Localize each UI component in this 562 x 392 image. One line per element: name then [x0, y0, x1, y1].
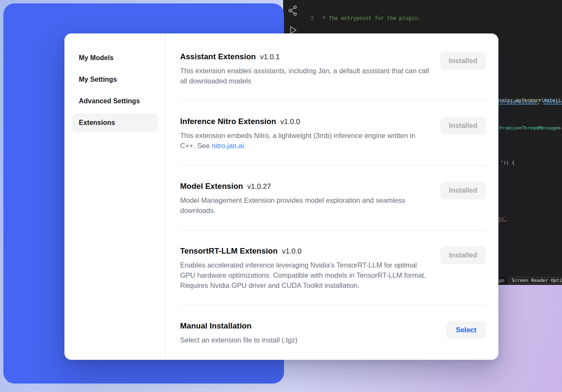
code-fragment: Promise<ThreadMessage>: [499, 125, 561, 131]
extension-version: v1.0.1: [260, 53, 280, 61]
extension-version: v1.0.0: [281, 118, 300, 126]
description-text: .: [244, 142, 246, 149]
extension-row-inference-nitro: Inference Nitro Extension v1.0.0 This ex…: [180, 101, 486, 166]
sidebar-item-advanced-settings[interactable]: Advanced Settings: [72, 92, 158, 110]
extension-title: Assistant Extension: [180, 52, 256, 61]
extension-info: TensortRT-LLM Extension v1.0.0 Enables a…: [180, 246, 429, 290]
extension-description: This extension embeds Nitro, a lightweig…: [180, 130, 429, 151]
extensions-panel: Assistant Extension v1.0.1 This extensio…: [166, 33, 498, 360]
manual-installation-row: Manual Installation Select an extension …: [180, 305, 486, 359]
screen-reader-badge[interactable]: Screen Reader Optimized: [508, 277, 562, 284]
select-file-button[interactable]: Select: [446, 321, 486, 339]
settings-sidebar: My Models My Settings Advanced Settings …: [64, 33, 166, 360]
code-fragment: t}`: [498, 216, 507, 222]
settings-modal: My Models My Settings Advanced Settings …: [64, 33, 498, 360]
extension-info: Assistant Extension v1.0.1 This extensio…: [180, 52, 429, 86]
manual-installation-title: Manual Installation: [180, 321, 251, 331]
desktop: 2 * The entrypoint for the plugin. 3 */ …: [0, 0, 562, 392]
installed-button[interactable]: Installed: [440, 117, 486, 134]
extension-version: v1.0.0: [282, 247, 301, 256]
installed-button[interactable]: Installed: [440, 52, 486, 69]
manual-installation-description: Select an extension file to install (.tg…: [180, 335, 298, 345]
status-text-fragment: go: [499, 278, 504, 283]
extension-description: Model Management Extension provides mode…: [180, 195, 429, 215]
sidebar-item-my-settings[interactable]: My Settings: [72, 70, 158, 89]
line-number: 2: [303, 15, 314, 22]
extension-info: Manual Installation Select an extension …: [180, 321, 298, 345]
extension-row-assistant: Assistant Extension v1.0.1 This extensio…: [180, 33, 486, 101]
sidebar-item-my-models[interactable]: My Models: [72, 49, 158, 67]
installed-button[interactable]: Installed: [440, 246, 486, 264]
extension-version: v1.0.27: [248, 182, 271, 191]
extension-title: TensortRT-LLM Extension: [180, 246, 278, 256]
extension-description: This extension enables assistants, inclu…: [180, 66, 429, 86]
extension-info: Model Extension v1.0.27 Model Management…: [180, 182, 429, 215]
extension-row-model: Model Extension v1.0.27 Model Management…: [180, 166, 486, 230]
extension-title: Model Extension: [180, 182, 243, 191]
code-fragment: rator.inference(data));: [499, 97, 562, 103]
installed-button[interactable]: Installed: [440, 182, 486, 199]
extension-row-tensorrt-llm: TensortRT-LLM Extension v1.0.0 Enables a…: [180, 230, 486, 305]
extension-info: Inference Nitro Extension v1.0.0 This ex…: [180, 117, 429, 151]
source-control-icon[interactable]: [287, 5, 298, 16]
code-fragment: ")) {: [501, 160, 515, 166]
nitro-jan-ai-link[interactable]: nitro.jan.ai: [211, 142, 244, 149]
sidebar-item-extensions[interactable]: Extensions: [72, 113, 158, 132]
code-line: 2 * The entrypoint for the plugin.: [303, 15, 562, 22]
extension-description: Enables accelerated inference leveraging…: [180, 260, 429, 290]
extension-title: Inference Nitro Extension: [180, 117, 276, 126]
